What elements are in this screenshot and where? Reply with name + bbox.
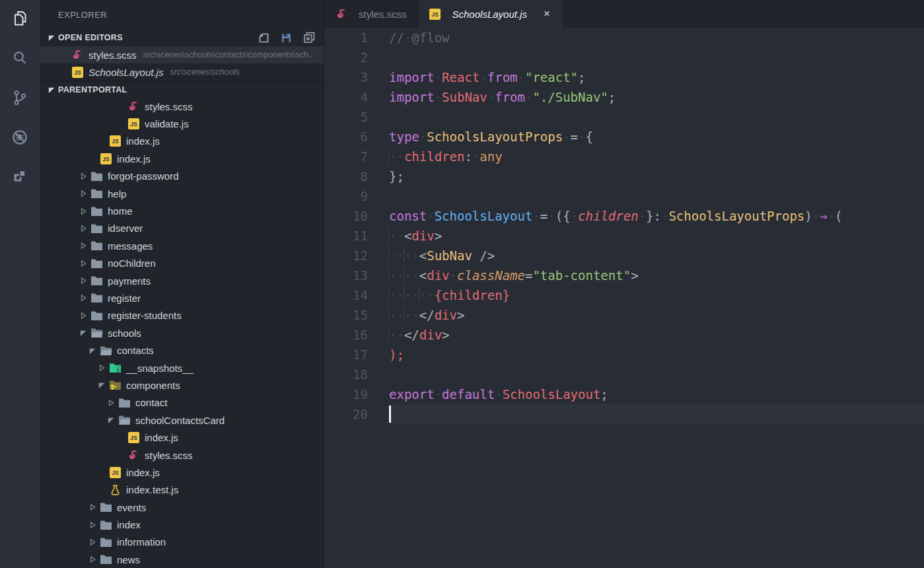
tree-row[interactable]: help	[40, 185, 324, 202]
tree-row[interactable]: home	[40, 202, 324, 219]
tree-row[interactable]: __snapshots__	[40, 359, 324, 376]
tree-row[interactable]: JSindex.js	[40, 464, 324, 481]
open-editors-header[interactable]: OPEN EDITORS	[40, 29, 324, 46]
tree-row[interactable]: schoolContactsCard	[40, 411, 324, 429]
activitybar-extensions[interactable]	[0, 165, 40, 192]
tree-row[interactable]: JSindex.js	[40, 133, 324, 150]
code-line-content: type·SchoolsLayoutProps·=·{	[389, 127, 924, 147]
tree-row[interactable]: forgot-password	[40, 168, 324, 185]
code-line[interactable]: 5	[324, 107, 924, 127]
folder-icon	[90, 223, 103, 234]
code-line[interactable]: 10const·SchoolsLayout·=·({·children·}:·S…	[324, 206, 924, 226]
activitybar-source-control[interactable]	[0, 86, 40, 112]
tree-row[interactable]: index	[40, 516, 324, 533]
tree-item-label: idserver	[108, 223, 143, 234]
project-section-header[interactable]: PARENTPORTAL	[40, 81, 324, 98]
tree-row[interactable]: news	[40, 551, 324, 568]
tree-row[interactable]: styles.scss	[40, 98, 324, 115]
chevron-collapsed-icon[interactable]	[77, 172, 90, 180]
tree-row[interactable]: events	[40, 499, 324, 516]
line-number: 5	[324, 107, 368, 127]
code-line-content: //·@flow	[389, 28, 924, 48]
chevron-collapsed-icon[interactable]	[77, 190, 90, 197]
tree-row[interactable]: styles.scss	[40, 446, 324, 464]
chevron-collapsed-icon[interactable]	[77, 312, 90, 320]
chevron-expanded-icon[interactable]	[104, 416, 118, 424]
tree-item-label: events	[117, 502, 146, 513]
chevron-collapsed-icon[interactable]	[86, 555, 99, 563]
code-token: children	[404, 149, 465, 164]
tree-row[interactable]: index.test.js	[40, 481, 324, 499]
open-editor-filepath: src\scenes\schools	[170, 67, 240, 77]
code-line[interactable]: 6type·SchoolsLayoutProps·=·{	[324, 127, 924, 147]
tree-row[interactable]: payments	[40, 272, 324, 289]
chevron-collapsed-icon[interactable]	[77, 277, 90, 285]
tree-row[interactable]: register-students	[40, 307, 324, 324]
close-icon[interactable]: ×	[541, 7, 553, 20]
tree-row[interactable]: JSindex.js	[40, 150, 324, 167]
code-line-content: const·SchoolsLayout·=·({·children·}:·Sch…	[389, 206, 924, 226]
activitybar-debug[interactable]	[0, 125, 40, 152]
chevron-expanded-icon[interactable]	[86, 347, 99, 355]
js-icon: JS	[429, 9, 442, 20]
code-line[interactable]: 1//·@flow	[324, 28, 924, 48]
chevron-collapsed-icon[interactable]	[77, 225, 90, 232]
code-line[interactable]: 17);	[324, 345, 924, 365]
tree-row[interactable]: messages	[40, 237, 324, 254]
chevron-expanded-icon[interactable]	[45, 86, 58, 94]
chevron-collapsed-icon[interactable]	[77, 294, 90, 302]
code-token: from	[487, 70, 518, 85]
chevron-collapsed-icon[interactable]	[86, 503, 99, 511]
code-line[interactable]: 14······{children}	[324, 285, 924, 305]
code-line[interactable]: 19export·default·SchoolsLayout;	[324, 384, 924, 404]
code-line[interactable]: 4import·SubNav·from·"./SubNav";	[324, 87, 924, 107]
code-line[interactable]: 9	[324, 186, 924, 206]
new-untitled-file-icon[interactable]	[258, 32, 270, 44]
code-line[interactable]: 16··</div>	[324, 325, 924, 345]
whitespace-dot: ·	[427, 209, 434, 223]
chevron-collapsed-icon[interactable]	[86, 521, 99, 529]
chevron-collapsed-icon[interactable]	[95, 364, 108, 372]
chevron-expanded-icon[interactable]	[45, 34, 58, 42]
chevron-collapsed-icon[interactable]	[77, 260, 90, 267]
tab-schoolslayout-js[interactable]: JSSchoolsLayout.js×	[418, 0, 564, 28]
open-editor-item[interactable]: JSSchoolsLayout.jssrc\scenes\schools	[40, 63, 324, 81]
tree-row[interactable]: JSindex.js	[40, 429, 324, 446]
code-line-content: import·React·from·"react";	[389, 67, 924, 87]
chevron-collapsed-icon[interactable]	[77, 242, 90, 250]
code-line[interactable]: 20	[324, 404, 924, 424]
activitybar-explorer[interactable]	[0, 7, 40, 33]
tree-row[interactable]: register	[40, 289, 324, 306]
code-line[interactable]: 12····<SubNav·/>	[324, 246, 924, 266]
close-all-editors-icon[interactable]	[302, 31, 316, 44]
line-number: 4	[324, 87, 368, 107]
code-line[interactable]: 11··<div>	[324, 226, 924, 246]
line-number: 9	[324, 186, 368, 206]
tree-row[interactable]: information	[40, 534, 324, 551]
code-editor[interactable]: 1//·@flow23import·React·from·"react";4im…	[324, 28, 924, 568]
tree-row[interactable]: idserver	[40, 220, 324, 237]
tree-row[interactable]: components	[40, 376, 324, 394]
tree-row[interactable]: JSvalidate.js	[40, 115, 324, 132]
code-line[interactable]: 2	[324, 48, 924, 67]
tree-row[interactable]: noChildren	[40, 255, 324, 272]
tree-row[interactable]: schools	[40, 324, 324, 341]
chevron-collapsed-icon[interactable]	[104, 399, 118, 407]
chevron-collapsed-icon[interactable]	[86, 538, 99, 546]
chevron-collapsed-icon[interactable]	[77, 207, 90, 215]
code-line[interactable]: 3import·React·from·"react";	[324, 67, 924, 87]
chevron-expanded-icon[interactable]	[77, 329, 90, 337]
tree-row[interactable]: contacts	[40, 341, 324, 359]
code-line[interactable]: 13····<div·className="tab-content">	[324, 266, 924, 285]
chevron-expanded-icon[interactable]	[95, 381, 108, 389]
svg-text:JS: JS	[112, 470, 119, 476]
code-line[interactable]: 8};	[324, 166, 924, 186]
tab-styles-scss[interactable]: styles.scss	[324, 0, 418, 28]
code-line[interactable]: 18	[324, 365, 924, 384]
tree-row[interactable]: contact	[40, 394, 324, 411]
save-all-icon[interactable]	[280, 32, 293, 44]
open-editor-item[interactable]: styles.scsssrc\scenes\schools\contacts\c…	[40, 46, 324, 63]
code-line[interactable]: 15····</div>	[324, 305, 924, 325]
activitybar-search[interactable]	[0, 46, 40, 73]
code-line[interactable]: 7··children:·any	[324, 147, 924, 166]
